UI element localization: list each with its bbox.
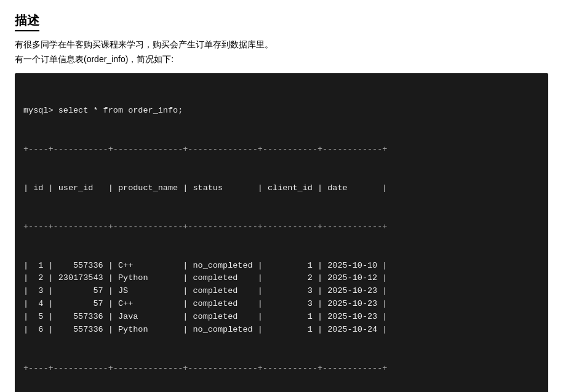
page-heading: 描述 (15, 12, 39, 31)
intro-line-1: 有很多同学在牛客购买课程来学习，购买会产生订单存到数据库里。 (15, 38, 548, 52)
terminal-row: | 6 | 557336 | Python | no_completed | 1… (23, 324, 540, 337)
terminal-sep1: +----+-----------+--------------+-------… (23, 143, 540, 156)
intro-line-2: 有一个订单信息表(order_info)，简况如下: (15, 52, 548, 67)
terminal-header: | id | user_id | product_name | status |… (23, 182, 540, 195)
terminal-row: | 5 | 557336 | Java | completed | 1 | 20… (23, 311, 540, 324)
terminal-row: | 3 | 57 | JS | completed | 3 | 2025-10-… (23, 285, 540, 298)
terminal-row: | 1 | 557336 | C++ | no_completed | 1 | … (23, 260, 540, 273)
terminal-row: | 2 | 230173543 | Python | completed | 2… (23, 272, 540, 285)
terminal-row: | 4 | 57 | C++ | completed | 3 | 2025-10… (23, 298, 540, 311)
terminal-sep2: +----+-----------+--------------+-------… (23, 221, 540, 234)
terminal-rows: | 1 | 557336 | C++ | no_completed | 1 | … (23, 260, 540, 337)
intro-block: 有很多同学在牛客购买课程来学习，购买会产生订单存到数据库里。 有一个订单信息表(… (15, 38, 548, 67)
terminal-block: mysql> select * from order_info; +----+-… (15, 73, 548, 392)
terminal-sep3: +----+-----------+--------------+-------… (23, 362, 540, 375)
terminal-command: mysql> select * from order_info; (23, 105, 540, 118)
